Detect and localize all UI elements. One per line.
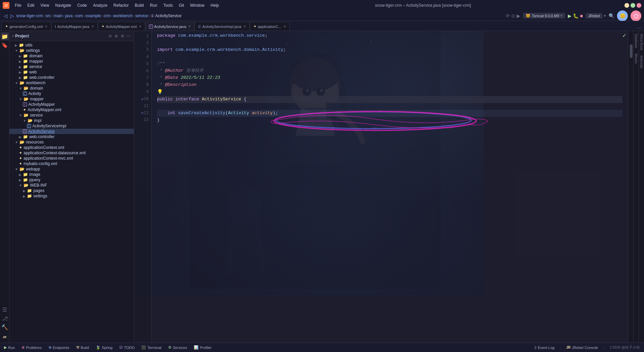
- tab-close-activityserviceimpl[interactable]: ✕: [243, 25, 246, 28]
- error-indicator[interactable]: ✓: [622, 32, 626, 39]
- wordbook-tab[interactable]: Word Book: [639, 31, 644, 53]
- tree-item-activitymapper[interactable]: I ActivityMapper: [9, 102, 134, 107]
- tree-item-utils[interactable]: ▶ 📁 utils: [9, 42, 134, 48]
- panel-settings[interactable]: ⚙: [120, 33, 125, 39]
- breadcrumb-crm[interactable]: crm: [103, 13, 110, 18]
- nav-icon-3[interactable]: ▶: [517, 13, 520, 19]
- menu-window[interactable]: Window: [187, 2, 207, 8]
- todo-status[interactable]: ☑ TODO: [118, 345, 136, 350]
- menu-help[interactable]: Help: [208, 2, 222, 8]
- tree-item-workbench[interactable]: ▼ 📂 workbench: [9, 80, 134, 86]
- run-button[interactable]: ▶: [568, 13, 572, 19]
- tree-item-activity-class[interactable]: C Activity: [9, 91, 134, 96]
- code-lines[interactable]: package com.example.crm.workbench.servic…: [152, 31, 628, 343]
- debug-button[interactable]: 🐛: [573, 13, 579, 19]
- menu-navigate[interactable]: Navigate: [53, 2, 74, 8]
- tree-item-pages[interactable]: ▶ 📁 pages: [9, 188, 134, 193]
- tree-item-mybatis[interactable]: ✦ mybatis-config.xml: [9, 161, 134, 166]
- tree-item-settings[interactable]: ▼ 📂 settings: [9, 48, 134, 53]
- nav-icon-1[interactable]: ⟳: [506, 13, 510, 19]
- sidebar-structure-icon[interactable]: ☰: [1, 306, 9, 314]
- tree-item-webinf[interactable]: ▼ 📂 WEB-INF: [9, 183, 134, 188]
- tab-close-applicationcontext[interactable]: ✕: [283, 25, 286, 28]
- menu-view[interactable]: View: [38, 2, 52, 8]
- tab-generatorconfig[interactable]: ✦ generatorConfig.xml ✕: [1, 22, 51, 31]
- menu-run[interactable]: Run: [147, 2, 160, 8]
- menu-tools[interactable]: Tools: [161, 2, 176, 8]
- tab-close-activitymapper-xml[interactable]: ✕: [139, 25, 142, 28]
- tree-item-workbench-mapper[interactable]: ▼ 📂 mapper: [9, 96, 134, 102]
- sidebar-jrebel-icon[interactable]: JR: [1, 333, 9, 341]
- code-lines-container[interactable]: 1 2 3 4 5 6 7 8 9 ◁ 10 11 ◁ 1: [134, 31, 628, 343]
- avatar[interactable]: 😊: [617, 10, 628, 21]
- sidebar-build-icon[interactable]: 🔨: [1, 323, 9, 331]
- scrollbar[interactable]: [628, 31, 633, 343]
- minimize-button[interactable]: [624, 3, 629, 8]
- forward-button[interactable]: ▷: [9, 13, 15, 19]
- menu-git[interactable]: Git: [176, 2, 187, 8]
- build-status[interactable]: ⚒ Build: [75, 345, 90, 350]
- run-status[interactable]: ▶ Run: [3, 345, 16, 350]
- problems-status[interactable]: ⊗ Problems: [20, 345, 43, 350]
- jrebel-config[interactable]: JRebel: [586, 13, 603, 19]
- tree-item-appcontext-mvc[interactable]: ✦ applicationContext-mvc.xml: [9, 156, 134, 161]
- endpoints-status[interactable]: ⊕ Endpoints: [47, 345, 71, 350]
- menu-edit[interactable]: Edit: [25, 2, 37, 8]
- tree-item-workbench-domain[interactable]: ▼ 📂 domain: [9, 86, 134, 91]
- breadcrumb-service[interactable]: service: [135, 13, 148, 18]
- fold-arrow-10[interactable]: ◁: [141, 96, 143, 102]
- tree-item-resources[interactable]: ▼ 📂 resources: [9, 139, 134, 145]
- tree-item-appcontext[interactable]: ✦ applicationContext.xml: [9, 145, 134, 150]
- tab-activitymapper-xml[interactable]: ✦ ActivityMapper.xml ✕: [98, 22, 145, 31]
- leetcode-tab[interactable]: leetcode: [639, 53, 644, 71]
- maximize-button[interactable]: [631, 3, 635, 8]
- stop-button[interactable]: ■: [580, 13, 583, 19]
- nav-icon-2[interactable]: ⊙: [511, 13, 515, 19]
- breadcrumb-project[interactable]: snow-tiger-crm: [16, 13, 43, 18]
- tree-item-workbench-webcontroller[interactable]: ▶ 📁 web.controller: [9, 134, 134, 139]
- tree-item-settings-webcontroller[interactable]: ▶ 📁 web.controller: [9, 75, 134, 80]
- tree-item-webapp[interactable]: ▼ 📂 webapp: [9, 166, 134, 172]
- spring-status[interactable]: 🍃 Spring: [94, 345, 114, 350]
- tree-item-activityserviceimpl[interactable]: C ActivityServiceImpl: [9, 123, 134, 129]
- breadcrumb-java[interactable]: java: [65, 13, 72, 18]
- breadcrumb-src[interactable]: src: [45, 13, 51, 18]
- menu-refactor[interactable]: Refactor: [111, 2, 131, 8]
- event-log-status[interactable]: 2 Event Log: [533, 345, 556, 350]
- run-config[interactable]: 🐱 Tomcat 9.0.0.M9 ▾: [523, 13, 565, 19]
- tab-close-activityservice[interactable]: ✕: [188, 25, 191, 28]
- database-tab[interactable]: Database: [634, 31, 639, 51]
- menu-build[interactable]: Build: [132, 2, 147, 8]
- tree-item-image[interactable]: ▶ 📁 image: [9, 172, 134, 177]
- menu-code[interactable]: Code: [74, 2, 90, 8]
- scroll-thumb[interactable]: [630, 44, 633, 58]
- tree-item-jquery[interactable]: ▶ 📁 jquery: [9, 177, 134, 183]
- tab-activitymapper-java[interactable]: I ActivityMapper.java ✕: [51, 22, 98, 31]
- profiler-status[interactable]: 📊 Profiler: [192, 345, 213, 350]
- close-button[interactable]: [637, 3, 641, 8]
- project-dropdown-icon[interactable]: ▾: [12, 34, 14, 38]
- services-status[interactable]: ⚙ Services: [167, 345, 188, 350]
- breadcrumb-main[interactable]: main: [54, 13, 62, 18]
- sidebar-git-icon[interactable]: ⎇: [1, 314, 9, 322]
- tree-item-service-impl[interactable]: ▼ 📂 impl: [9, 118, 134, 123]
- maven-tab[interactable]: Maven: [634, 51, 639, 66]
- panel-close[interactable]: —: [126, 33, 131, 39]
- tree-item-activitymapper-xml[interactable]: ✦ ActivityMapper.xml: [9, 107, 134, 113]
- breadcrumb-example[interactable]: example: [86, 13, 101, 18]
- sidebar-project-icon[interactable]: 📁: [1, 32, 9, 40]
- tree-item-webapp-settings[interactable]: ▶ 📁 settings: [9, 193, 134, 199]
- bulb-icon[interactable]: 💡: [157, 88, 163, 96]
- tree-item-settings-domain[interactable]: ▶ 📁 domain: [9, 53, 134, 59]
- menu-file[interactable]: File: [12, 2, 24, 8]
- jrebel-console-status[interactable]: JR JRebel Console: [565, 345, 599, 350]
- breadcrumb-com[interactable]: com: [75, 13, 83, 18]
- menu-analyze[interactable]: Analyze: [90, 2, 110, 8]
- panel-collapse-all[interactable]: ⊖: [108, 33, 113, 39]
- tab-close-generatorconfig[interactable]: ✕: [45, 25, 48, 28]
- tree-item-activityservice[interactable]: I ActivityService: [9, 129, 134, 134]
- sidebar-bookmark-icon[interactable]: 🔖: [1, 41, 9, 49]
- terminal-status[interactable]: ⬛ Terminal: [140, 345, 163, 350]
- tab-activityserviceimpl[interactable]: C ActivityServiceImpl.java ✕: [194, 22, 250, 31]
- fold-arrow-12[interactable]: ◁: [141, 110, 143, 116]
